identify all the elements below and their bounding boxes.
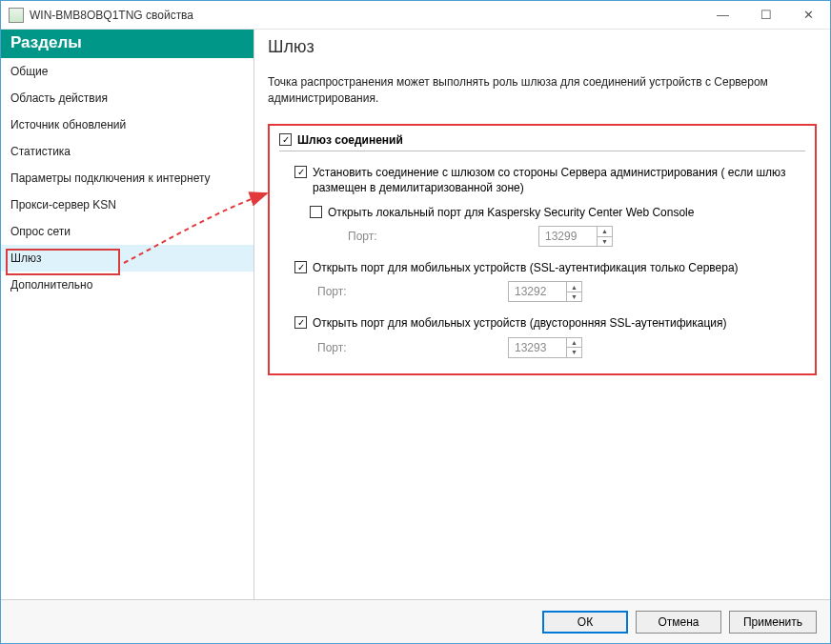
mobile-server-ssl-checkbox[interactable] xyxy=(294,261,307,273)
spinner-down-icon[interactable]: ▼ xyxy=(598,237,612,247)
spinner-up-icon[interactable]: ▲ xyxy=(567,338,581,349)
sidebar-item-label: Общие xyxy=(10,65,48,78)
mobile-server-ssl-label: Открыть порт для мобильных устройств (SS… xyxy=(313,260,739,275)
mobile-twoway-ssl-label: Открыть порт для мобильных устройств (дв… xyxy=(313,315,727,331)
sidebar: Разделы Общие Область действия Источник … xyxy=(1,30,254,599)
gateway-highlight-box: Шлюз соединений Установить соединение с … xyxy=(268,124,817,375)
sidebar-item-label: Область действия xyxy=(10,91,108,105)
sidebar-item-scope[interactable]: Область действия xyxy=(1,85,253,111)
footer: ОК Отмена Применить xyxy=(1,599,830,643)
main-panel: Шлюз Точка распространения может выполня… xyxy=(254,30,830,599)
sidebar-item-label: Параметры подключения к интернету xyxy=(10,171,211,185)
mobile-server-port-row: Порт: ▲ ▼ xyxy=(317,281,805,302)
sidebar-item-label: Статистика xyxy=(10,145,71,158)
sidebar-item-advanced[interactable]: Дополнительно xyxy=(1,272,253,298)
sidebar-item-ksn-proxy[interactable]: Прокси-сервер KSN xyxy=(1,191,253,218)
spinner-down-icon[interactable]: ▼ xyxy=(567,348,581,357)
gateway-master-row: Шлюз соединений xyxy=(279,133,805,151)
close-button[interactable]: ✕ xyxy=(787,1,830,29)
sidebar-item-update-source[interactable]: Источник обновлений xyxy=(1,111,253,138)
webconsole-port-row: Порт: ▲ ▼ xyxy=(348,226,805,247)
sidebar-item-general[interactable]: Общие xyxy=(1,58,253,85)
ok-button[interactable]: ОК xyxy=(542,611,628,634)
webconsole-port-label: Открыть локальный порт для Kaspersky Sec… xyxy=(328,205,694,220)
sidebar-item-label: Источник обновлений xyxy=(10,118,126,131)
mobile-server-port-input[interactable] xyxy=(509,282,566,301)
mobile-server-port-spinner[interactable]: ▲ ▼ xyxy=(508,281,582,302)
gateway-master-label: Шлюз соединений xyxy=(297,133,403,147)
sidebar-item-label: Прокси-сервер KSN xyxy=(10,198,116,211)
page-title: Шлюз xyxy=(268,37,817,57)
option-webconsole-port: Открыть локальный порт для Kaspersky Sec… xyxy=(310,205,805,220)
titlebar: WIN-BMB8OBQ1TNG свойства — ☐ ✕ xyxy=(1,1,830,30)
app-icon xyxy=(9,8,24,23)
sidebar-item-label: Дополнительно xyxy=(10,278,92,292)
port-label: Порт: xyxy=(317,341,508,354)
window-title: WIN-BMB8OBQ1TNG свойства xyxy=(30,9,701,22)
admin-connection-checkbox[interactable] xyxy=(294,166,307,178)
sidebar-item-label: Опрос сети xyxy=(10,225,71,238)
window-controls: — ☐ ✕ xyxy=(701,1,830,29)
maximize-button[interactable]: ☐ xyxy=(744,1,787,29)
spinner-up-icon[interactable]: ▲ xyxy=(567,282,581,292)
option-mobile-twoway-ssl: Открыть порт для мобильных устройств (дв… xyxy=(294,315,805,331)
option-admin-connection: Установить соединение с шлюзом со сторон… xyxy=(294,165,805,195)
webconsole-port-checkbox[interactable] xyxy=(310,206,322,218)
webconsole-port-input[interactable] xyxy=(539,227,597,246)
sidebar-item-internet-params[interactable]: Параметры подключения к интернету xyxy=(1,165,253,191)
spinner-down-icon[interactable]: ▼ xyxy=(567,292,581,302)
sidebar-header: Разделы xyxy=(1,30,253,58)
mobile-twoway-ssl-checkbox[interactable] xyxy=(294,316,307,329)
admin-connection-label: Установить соединение с шлюзом со сторон… xyxy=(313,165,805,195)
mobile-twoway-port-input[interactable] xyxy=(509,338,566,357)
sidebar-item-label: Шлюз xyxy=(10,252,42,265)
webconsole-port-spinner[interactable]: ▲ ▼ xyxy=(538,226,613,247)
apply-button[interactable]: Применить xyxy=(729,611,817,634)
spinner-up-icon[interactable]: ▲ xyxy=(598,227,612,237)
mobile-twoway-port-row: Порт: ▲ ▼ xyxy=(317,337,805,358)
cancel-button[interactable]: Отмена xyxy=(636,611,721,634)
sidebar-item-statistics[interactable]: Статистика xyxy=(1,138,253,165)
port-label: Порт: xyxy=(348,230,538,243)
port-label: Порт: xyxy=(317,285,508,298)
mobile-twoway-port-spinner[interactable]: ▲ ▼ xyxy=(508,337,582,358)
sidebar-item-network-poll[interactable]: Опрос сети xyxy=(1,218,253,245)
gateway-master-checkbox[interactable] xyxy=(279,133,292,146)
sidebar-item-gateway[interactable]: Шлюз xyxy=(1,245,253,272)
option-mobile-server-ssl: Открыть порт для мобильных устройств (SS… xyxy=(294,260,805,275)
minimize-button[interactable]: — xyxy=(701,1,744,29)
page-description: Точка распространения может выполнять ро… xyxy=(268,74,817,107)
